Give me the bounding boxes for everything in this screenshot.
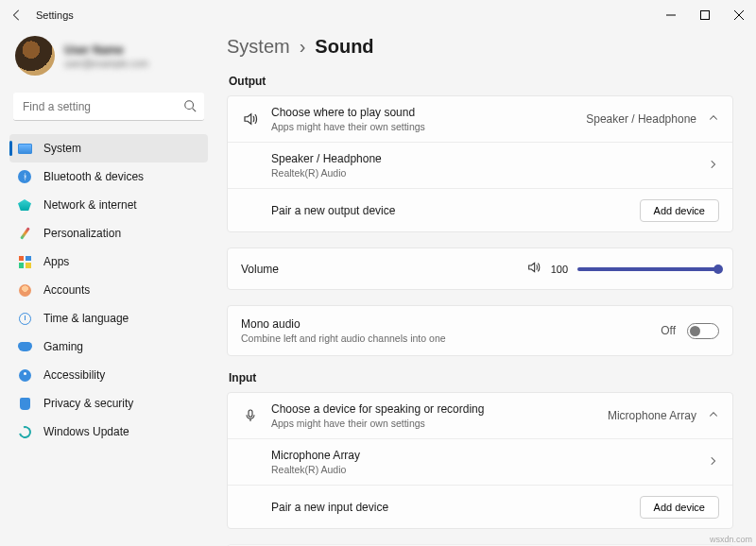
personalization-icon — [17, 226, 32, 241]
sidebar-item-label: Time & language — [43, 312, 129, 325]
privacy-icon — [17, 396, 32, 411]
sidebar-item-label: Windows Update — [43, 425, 129, 438]
sidebar-item-label: Accounts — [43, 283, 90, 297]
sidebar-item-label: Privacy & security — [43, 397, 133, 410]
minimize-button[interactable] — [654, 0, 688, 30]
search-input[interactable] — [13, 93, 204, 121]
sidebar-item-system[interactable]: System — [9, 134, 208, 162]
mono-row: Mono audio Combine left and right audio … — [228, 306, 732, 355]
gaming-icon — [17, 339, 32, 354]
input-group: Choose a device for speaking or recordin… — [227, 392, 733, 529]
svg-point-2 — [185, 101, 194, 110]
output-volume-row: Volume 100 — [228, 248, 732, 289]
volume-label: Volume — [241, 263, 279, 276]
sidebar-item-network[interactable]: Network & internet — [9, 191, 208, 219]
titlebar: Settings — [0, 0, 756, 30]
avatar — [15, 36, 55, 76]
breadcrumb-child: Sound — [315, 36, 373, 58]
sidebar-item-time[interactable]: Time & language — [9, 304, 208, 333]
profile-email: user@example.com — [64, 59, 148, 69]
section-label-input: Input — [229, 371, 733, 384]
row-title: Speaker / Headphone — [271, 152, 382, 165]
update-icon — [17, 424, 32, 439]
watermark: wsxdn.com — [710, 535, 752, 544]
maximize-button[interactable] — [688, 0, 722, 30]
row-title: Pair a new input device — [271, 501, 388, 514]
apps-icon — [17, 254, 32, 269]
output-volume-group: Volume 100 — [227, 247, 733, 290]
mono-group: Mono audio Combine left and right audio … — [227, 305, 733, 356]
mono-toggle[interactable] — [687, 323, 719, 339]
mono-state: Off — [661, 324, 676, 337]
system-icon — [17, 141, 32, 156]
svg-rect-4 — [249, 410, 252, 417]
nav: System ᚼBluetooth & devices Network & in… — [9, 134, 208, 446]
chevron-up-icon — [708, 112, 719, 127]
output-device-row[interactable]: Speaker / Headphone Realtek(R) Audio — [228, 142, 732, 188]
bluetooth-icon: ᚼ — [17, 169, 32, 184]
output-pair-row: Pair a new output device Add device — [228, 188, 732, 231]
row-sub: Realtek(R) Audio — [271, 167, 382, 179]
output-choose-row[interactable]: Choose where to play sound Apps might ha… — [228, 96, 732, 142]
sidebar-item-label: Accessibility — [43, 368, 105, 382]
row-title: Microphone Array — [271, 449, 360, 462]
chevron-up-icon — [708, 409, 719, 423]
sidebar-item-privacy[interactable]: Privacy & security — [9, 389, 208, 418]
sidebar-item-accounts[interactable]: Accounts — [9, 276, 208, 304]
sidebar-item-personalization[interactable]: Personalization — [9, 219, 208, 247]
output-current-device: Speaker / Headphone — [586, 112, 696, 126]
profile-name: User Name — [64, 43, 148, 57]
close-button[interactable] — [722, 0, 756, 30]
sidebar-item-label: Apps — [43, 255, 69, 268]
section-label-output: Output — [229, 75, 733, 88]
row-title: Choose a device for speaking or recordin… — [271, 402, 484, 416]
breadcrumb-parent[interactable]: System — [227, 36, 290, 58]
input-pair-row: Pair a new input device Add device — [228, 485, 732, 528]
sidebar-item-label: Bluetooth & devices — [43, 170, 144, 183]
sidebar-item-label: Gaming — [43, 340, 83, 353]
sidebar: User Name user@example.com System ᚼBluet… — [0, 30, 217, 546]
sidebar-item-apps[interactable]: Apps — [9, 247, 208, 276]
volume-value: 100 — [551, 264, 568, 275]
input-current-device: Microphone Array — [608, 409, 696, 422]
accessibility-icon — [17, 367, 32, 383]
chevron-right-icon — [708, 455, 719, 469]
slider-thumb[interactable] — [713, 264, 723, 274]
search — [13, 93, 204, 121]
row-sub: Apps might have their own settings — [271, 418, 484, 429]
sidebar-item-accessibility[interactable]: Accessibility — [9, 361, 208, 389]
sidebar-item-gaming[interactable]: Gaming — [9, 333, 208, 361]
network-icon — [17, 197, 32, 213]
sidebar-item-bluetooth[interactable]: ᚼBluetooth & devices — [9, 162, 208, 191]
profile[interactable]: User Name user@example.com — [9, 30, 208, 93]
row-sub: Combine left and right audio channels in… — [241, 333, 446, 344]
add-input-device-button[interactable]: Add device — [640, 496, 719, 519]
svg-rect-1 — [701, 11, 710, 20]
sidebar-item-label: Network & internet — [43, 198, 137, 212]
accounts-icon — [17, 282, 32, 298]
back-button[interactable] — [8, 9, 26, 22]
sidebar-item-label: Personalization — [43, 227, 121, 240]
chevron-right-icon — [708, 159, 719, 173]
svg-line-3 — [193, 109, 197, 112]
window-controls — [654, 0, 756, 30]
microphone-icon — [241, 408, 260, 423]
add-output-device-button[interactable]: Add device — [640, 199, 719, 222]
input-device-row[interactable]: Microphone Array Realtek(R) Audio — [228, 438, 732, 485]
time-icon — [17, 311, 32, 326]
search-icon — [183, 99, 197, 115]
speaker-icon — [241, 111, 260, 128]
breadcrumb: System › Sound — [227, 36, 733, 58]
row-sub: Realtek(R) Audio — [271, 464, 360, 475]
main: System › Sound Output Choose where to pl… — [217, 30, 756, 546]
input-choose-row[interactable]: Choose a device for speaking or recordin… — [228, 393, 732, 438]
window-title: Settings — [36, 9, 74, 21]
speaker-icon — [526, 260, 541, 278]
row-title: Mono audio — [241, 317, 446, 331]
sidebar-item-label: System — [43, 142, 81, 155]
row-title: Choose where to play sound — [271, 106, 425, 119]
output-volume-slider[interactable] — [577, 267, 719, 271]
row-sub: Apps might have their own settings — [271, 121, 425, 132]
sidebar-item-update[interactable]: Windows Update — [9, 418, 208, 446]
profile-text: User Name user@example.com — [64, 43, 148, 69]
